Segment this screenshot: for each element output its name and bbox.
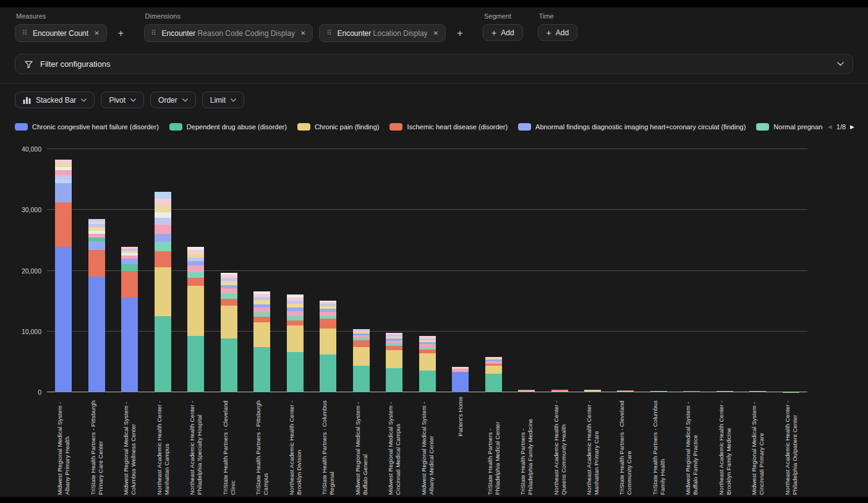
bar-segment[interactable]: [55, 163, 72, 168]
filter-configurations-bar[interactable]: Filter configurations: [15, 54, 853, 74]
bar-segment[interactable]: [287, 311, 304, 316]
bar-segment[interactable]: [155, 242, 171, 251]
bar[interactable]: [543, 149, 576, 392]
bar-segment[interactable]: [485, 366, 502, 374]
bar-segment[interactable]: [55, 183, 72, 202]
bar-segment[interactable]: [187, 265, 204, 272]
bar-segment[interactable]: [155, 225, 171, 234]
bar-segment[interactable]: [155, 212, 171, 218]
bar-segment[interactable]: [155, 251, 171, 267]
legend-item[interactable]: Chronic congestive heart failure (disord…: [15, 123, 159, 131]
bar[interactable]: [179, 149, 212, 392]
legend-next-icon[interactable]: ▶: [850, 124, 854, 130]
bar-segment[interactable]: [320, 355, 336, 392]
bar[interactable]: [444, 149, 477, 392]
bar-segment[interactable]: [419, 353, 436, 371]
order-dropdown[interactable]: Order: [150, 92, 196, 108]
bar-segment[interactable]: [749, 392, 766, 392]
bar-segment[interactable]: [155, 205, 171, 213]
bar-segment[interactable]: [88, 250, 105, 277]
bar[interactable]: [212, 149, 245, 392]
bar-segment[interactable]: [717, 392, 733, 392]
bar-segment[interactable]: [386, 346, 402, 350]
bar-segment[interactable]: [55, 170, 72, 175]
bar[interactable]: [344, 149, 377, 392]
bar-segment[interactable]: [584, 392, 601, 392]
bar-segment[interactable]: [253, 300, 270, 304]
bar[interactable]: [576, 149, 609, 392]
bar[interactable]: [510, 149, 543, 392]
dimension-chip[interactable]: ⠿ Encounter Reason Code Coding Display ✕: [144, 24, 313, 42]
bar-segment[interactable]: [221, 306, 237, 338]
bar-segment[interactable]: [683, 392, 700, 392]
bar-segment[interactable]: [617, 392, 634, 392]
bar[interactable]: [80, 149, 113, 392]
limit-dropdown[interactable]: Limit: [202, 92, 244, 108]
remove-measure-icon[interactable]: ✕: [94, 30, 99, 37]
bar-segment[interactable]: [320, 319, 336, 329]
bar-segment[interactable]: [155, 267, 171, 317]
bar-segment[interactable]: [221, 288, 237, 294]
bar-segment[interactable]: [287, 325, 304, 352]
bar-segment[interactable]: [121, 298, 138, 392]
bar-segment[interactable]: [253, 347, 270, 392]
bar-segment[interactable]: [88, 277, 105, 392]
bar-segment[interactable]: [485, 374, 502, 392]
measure-chip[interactable]: ⠿ Encounter Count ✕: [15, 24, 107, 42]
bar-segment[interactable]: [88, 241, 105, 250]
bar[interactable]: [378, 149, 411, 392]
bar-segment[interactable]: [187, 261, 204, 265]
bar-segment[interactable]: [353, 340, 370, 347]
bar-segment[interactable]: [320, 329, 336, 355]
remove-dimension-icon[interactable]: ✕: [300, 30, 305, 37]
drag-handle-icon[interactable]: ⠿: [22, 29, 27, 37]
drag-handle-icon[interactable]: ⠿: [151, 29, 156, 37]
bar[interactable]: [609, 149, 642, 392]
bar[interactable]: [146, 149, 179, 392]
bar-segment[interactable]: [187, 254, 204, 258]
bar-segment[interactable]: [419, 371, 436, 392]
legend-item[interactable]: Chronic pain (finding): [297, 123, 380, 131]
bar[interactable]: [741, 149, 774, 392]
bar[interactable]: [47, 149, 80, 392]
bar-segment[interactable]: [253, 312, 270, 317]
legend-item[interactable]: Ischemic heart disease (disorder): [389, 123, 508, 131]
bar-segment[interactable]: [187, 272, 204, 278]
bar-segment[interactable]: [253, 307, 270, 312]
legend-item[interactable]: Dependent drug abuse (disorder): [169, 123, 287, 131]
bar-segment[interactable]: [287, 352, 304, 392]
bar-segment[interactable]: [187, 336, 204, 392]
bar-segment[interactable]: [221, 281, 237, 285]
remove-dimension-icon[interactable]: ✕: [433, 30, 438, 37]
bar-segment[interactable]: [650, 392, 667, 392]
bar-segment[interactable]: [55, 175, 72, 179]
bar-segment[interactable]: [121, 271, 138, 298]
bar-segment[interactable]: [353, 347, 370, 366]
pivot-dropdown[interactable]: Pivot: [101, 92, 144, 108]
bar-segment[interactable]: [55, 247, 72, 392]
bar-segment[interactable]: [55, 202, 72, 247]
legend-prev-icon[interactable]: ◀: [828, 124, 832, 130]
bar[interactable]: [411, 149, 443, 392]
bar[interactable]: [477, 149, 509, 392]
dimension-chip[interactable]: ⠿ Encounter Location Display ✕: [319, 24, 446, 42]
bar[interactable]: [775, 149, 807, 392]
bar-segment[interactable]: [253, 317, 270, 322]
bar-segment[interactable]: [221, 294, 237, 299]
bar[interactable]: [708, 149, 741, 392]
bar-segment[interactable]: [155, 218, 171, 225]
bar-segment[interactable]: [386, 368, 402, 392]
bar-segment[interactable]: [121, 259, 138, 264]
segment-add-button[interactable]: + Add: [483, 24, 523, 41]
bar-segment[interactable]: [187, 286, 204, 337]
bar-segment[interactable]: [221, 299, 237, 306]
bar[interactable]: [278, 149, 311, 392]
bar-segment[interactable]: [155, 199, 171, 205]
bar-segment[interactable]: [287, 316, 304, 320]
bar-segment[interactable]: [121, 264, 138, 271]
bar[interactable]: [245, 149, 278, 392]
drag-handle-icon[interactable]: ⠿: [326, 29, 331, 37]
bar-segment[interactable]: [518, 392, 535, 392]
bar[interactable]: [312, 149, 344, 392]
bar-segment[interactable]: [155, 192, 171, 199]
